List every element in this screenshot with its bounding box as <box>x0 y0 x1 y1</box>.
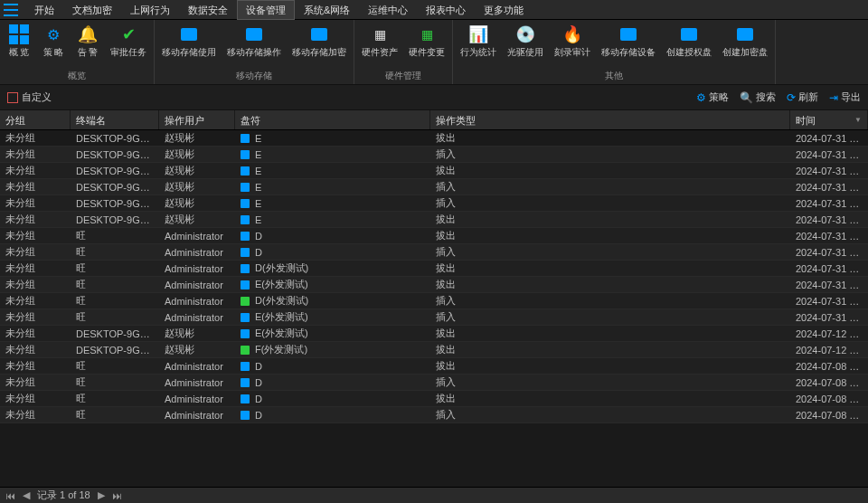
inventory-icon: ▦ <box>369 24 391 45</box>
ribbon-button[interactable]: 概 览 <box>2 22 36 60</box>
cell-drive: D <box>235 231 430 242</box>
device-icon <box>243 24 265 45</box>
table-row[interactable]: 未分组旺AdministratorD插入2024-07-31 18:54:10 <box>0 244 868 261</box>
ribbon-button-label: 移动存储加密 <box>292 47 346 58</box>
cell-drive: E(外发测试) <box>235 327 430 340</box>
ribbon-button[interactable]: 创建加密盘 <box>717 22 773 60</box>
cell-group: 未分组 <box>0 278 71 291</box>
cell-terminal: DESKTOP-9G8NA80 <box>71 182 159 193</box>
table-row[interactable]: 未分组旺AdministratorD拔出2024-07-08 12:35:40 <box>0 391 868 407</box>
export-tool[interactable]: ⇥导出 <box>829 90 861 104</box>
nav-next-icon[interactable]: ▶ <box>98 489 105 501</box>
ribbon-button[interactable]: 移动存储使用 <box>156 22 222 60</box>
menu-item[interactable]: 文档加密 <box>63 0 121 20</box>
cell-group: 未分组 <box>0 229 71 242</box>
cell-op: 插入 <box>430 408 790 422</box>
policy-label: 策略 <box>709 90 729 104</box>
drive-icon <box>241 232 250 241</box>
cell-op: 插入 <box>430 245 790 259</box>
cell-drive: E(外发测试) <box>235 310 430 324</box>
cell-time: 2024-07-31 18:54:08 <box>790 280 868 290</box>
refresh-tool[interactable]: ⟳刷新 <box>787 90 818 104</box>
nav-prev-icon[interactable]: ◀ <box>23 489 30 501</box>
ribbon-button[interactable]: 移动存储操作 <box>222 22 287 60</box>
menu-item[interactable]: 数据安全 <box>179 0 237 20</box>
menu-item[interactable]: 系统&网络 <box>295 0 359 20</box>
table-row[interactable]: 未分组DESKTOP-9G8NA80赵现彬E拔出2024-07-31 18:56… <box>0 130 868 147</box>
ribbon-button[interactable]: ✔审批任务 <box>105 22 152 60</box>
table-row[interactable]: 未分组DESKTOP-9G8NA80赵现彬E插入2024-07-31 18:56… <box>0 179 868 195</box>
cell-user: Administrator <box>159 247 235 258</box>
cell-user: 赵现彬 <box>159 147 235 161</box>
cell-group: 未分组 <box>0 261 71 275</box>
ribbon-button[interactable]: 📊行为统计 <box>455 22 502 60</box>
menu-item[interactable]: 更多功能 <box>475 0 533 20</box>
ribbon-button[interactable]: ▦硬件资产 <box>356 22 403 60</box>
cell-terminal: DESKTOP-9G8NA80 <box>71 214 159 225</box>
policy-tool[interactable]: ⚙策略 <box>696 90 729 104</box>
nav-last-icon[interactable]: ⏭ <box>112 490 122 501</box>
cell-user: Administrator <box>159 296 235 307</box>
drive-icon <box>241 248 250 257</box>
table-row[interactable]: 未分组旺AdministratorE(外发测试)插入2024-07-31 18:… <box>0 309 868 326</box>
col-terminal[interactable]: 终端名 <box>71 110 159 129</box>
cell-time: 2024-07-31 18:56:30 <box>790 182 868 193</box>
cell-op: 插入 <box>430 196 790 210</box>
ribbon-button[interactable]: 移动存储设备 <box>596 22 661 60</box>
table-row[interactable]: 未分组DESKTOP-9G8NA80赵现彬F(外发测试)拔出2024-07-12… <box>0 342 868 358</box>
cell-terminal: 旺 <box>71 375 159 389</box>
col-time[interactable]: 时间▼ <box>790 110 868 129</box>
table-row[interactable]: 未分组DESKTOP-9G8NA80赵现彬E插入2024-07-31 18:56… <box>0 147 868 163</box>
table-row[interactable]: 未分组DESKTOP-9G8NA80赵现彬E拔出2024-07-31 18:56… <box>0 212 868 228</box>
ribbon-button[interactable]: 移动存储加密 <box>287 22 352 60</box>
menu-item[interactable]: 设备管理 <box>237 0 295 20</box>
menu-item[interactable]: 报表中心 <box>417 0 475 20</box>
table-row[interactable]: 未分组旺AdministratorD(外发测试)插入2024-07-31 18:… <box>0 293 868 309</box>
ribbon-button-label: 概 览 <box>9 47 30 58</box>
ribbon-button[interactable]: 💿光驱使用 <box>502 22 549 60</box>
device-icon <box>178 24 200 45</box>
table-row[interactable]: 未分组旺AdministratorD(外发测试)拔出2024-07-31 18:… <box>0 261 868 277</box>
ribbon-button[interactable]: 🔔告 警 <box>71 22 105 60</box>
menubar: 开始文档加密上网行为数据安全设备管理系统&网络运维中心报表中心更多功能 <box>0 0 868 20</box>
table-row[interactable]: 未分组旺AdministratorD插入2024-07-08 17:19:43 <box>0 375 868 391</box>
ribbon-group-label: 其他 <box>453 70 775 84</box>
app-menu-icon[interactable] <box>4 4 18 16</box>
col-user[interactable]: 操作用户 <box>159 110 235 129</box>
menu-item[interactable]: 开始 <box>25 0 63 20</box>
search-tool[interactable]: 🔍搜索 <box>740 90 776 104</box>
menu-item[interactable]: 运维中心 <box>359 0 417 20</box>
menu-item[interactable]: 上网行为 <box>121 0 179 20</box>
cell-user: 赵现彬 <box>159 343 235 356</box>
cell-time: 2024-07-31 18:54:10 <box>790 247 868 258</box>
ribbon-group: 概 览⚙策 略🔔告 警✔审批任务概览 <box>0 20 155 84</box>
search-label: 搜索 <box>756 90 776 104</box>
table-header: 分组 终端名 操作用户 盘符 操作类型 时间▼ <box>0 110 868 130</box>
cell-terminal: 旺 <box>71 359 159 373</box>
table-row[interactable]: 未分组旺AdministratorD插入2024-07-08 10:12:06 <box>0 407 868 423</box>
table-row[interactable]: 未分组DESKTOP-9G8NA80赵现彬E插入2024-07-31 18:56… <box>0 195 868 212</box>
nav-first-icon[interactable]: ⏮ <box>5 490 15 501</box>
col-op-type[interactable]: 操作类型 <box>430 110 790 129</box>
cell-user: 赵现彬 <box>159 164 235 177</box>
table-row[interactable]: 未分组DESKTOP-9G8NA80赵现彬E拔出2024-07-31 18:56… <box>0 163 868 179</box>
cell-group: 未分组 <box>0 392 71 405</box>
custom-label[interactable]: 自定义 <box>22 90 52 104</box>
ribbon-button[interactable]: 创建授权盘 <box>661 22 717 60</box>
cell-group: 未分组 <box>0 327 71 340</box>
cell-drive: E <box>235 166 430 176</box>
cell-terminal: 旺 <box>71 310 159 324</box>
ribbon-button[interactable]: ▦硬件变更 <box>403 22 450 60</box>
cell-group: 未分组 <box>0 213 71 226</box>
cell-group: 未分组 <box>0 408 71 422</box>
cell-user: 赵现彬 <box>159 196 235 210</box>
col-group[interactable]: 分组 <box>0 110 71 129</box>
col-drive[interactable]: 盘符 <box>235 110 430 129</box>
cell-op: 拔出 <box>430 131 790 145</box>
table-row[interactable]: 未分组DESKTOP-9G8NA80赵现彬E(外发测试)拔出2024-07-12… <box>0 326 868 342</box>
ribbon-button[interactable]: ⚙策 略 <box>36 22 71 60</box>
table-row[interactable]: 未分组旺AdministratorD拔出2024-07-31 18:54:12 <box>0 228 868 244</box>
ribbon-button[interactable]: 🔥刻录审计 <box>549 22 596 60</box>
table-row[interactable]: 未分组旺AdministratorE(外发测试)拔出2024-07-31 18:… <box>0 277 868 293</box>
table-row[interactable]: 未分组旺AdministratorD拔出2024-07-08 17:22:36 <box>0 358 868 375</box>
